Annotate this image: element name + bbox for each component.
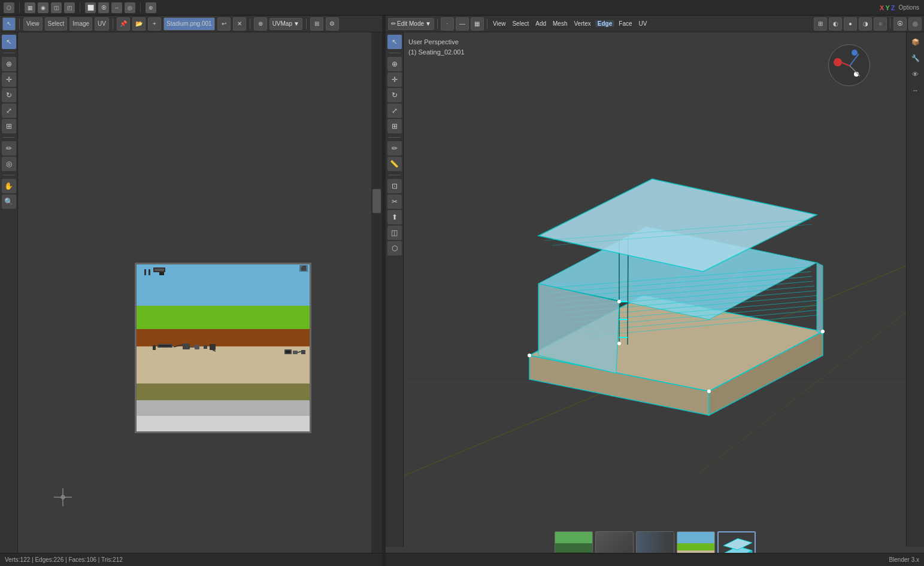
uv-tool-scale[interactable]: ⤢ xyxy=(2,104,16,118)
uv-tool-cursor[interactable]: ⊕ xyxy=(2,57,16,71)
uv-select-btn[interactable]: Select xyxy=(45,17,68,31)
uvmap-dropdown-arrow: ▼ xyxy=(293,20,299,27)
uv-close-icon[interactable]: ✕ xyxy=(233,17,246,31)
vp-tool-transform[interactable]: ⊞ xyxy=(387,119,402,133)
vp-overlay-icon[interactable]: ⊞ xyxy=(814,17,827,31)
vp-tool-inset[interactable]: ◫ xyxy=(387,226,402,240)
vp-right-tools: 📦 🔧 👁 ↔ xyxy=(906,32,924,547)
toolbar-sep3 xyxy=(250,19,250,29)
vp-object-name: (1) Seating_02.001 xyxy=(408,47,465,57)
tool-divider-2 xyxy=(3,137,15,138)
vp-face-select-btn[interactable]: ▦ xyxy=(471,17,484,31)
vp-tool-divider-1 xyxy=(389,53,401,53)
edit-mode-arrow: ▼ xyxy=(425,20,431,27)
uv-tool-select[interactable]: ↖ xyxy=(2,35,16,49)
uv-image-btn[interactable]: Image xyxy=(69,17,92,31)
uv-new-icon[interactable]: + xyxy=(148,17,161,31)
top-bar: ⬡ ▦ ◉ ◫ ◰ ⬜ ⦿ ↔ ◎ ⊕ X Y Z Options xyxy=(0,0,924,16)
vp-edge-link[interactable]: Edge xyxy=(595,20,614,27)
options-label[interactable]: Options xyxy=(899,4,919,11)
vp-uv-link[interactable]: UV xyxy=(637,20,650,27)
vp-tool-loop-cut[interactable]: ⊡ xyxy=(387,179,402,193)
status-left: Verts:122 | Edges:226 | Faces:106 | Tris… xyxy=(5,556,123,563)
vp-viewport-shading-render[interactable]: ○ xyxy=(874,17,887,31)
vp-view-link[interactable]: View xyxy=(490,20,508,27)
vp-add-link[interactable]: Add xyxy=(533,20,549,27)
vp-tool-rotate[interactable]: ↻ xyxy=(387,88,402,102)
seating-model-svg xyxy=(452,128,859,427)
uv-tool-pin[interactable]: ◎ xyxy=(2,157,16,171)
uv-cursor-icon[interactable]: ⊕ xyxy=(254,17,267,31)
uv-editor-panel: ↖ View Select Image UV 📌 📂 + Stadium.png… xyxy=(0,16,382,566)
vp-select-link[interactable]: Select xyxy=(510,20,531,27)
topbar-snap-icon[interactable]: ⦿ xyxy=(98,2,109,13)
viewport-panel: ✏ Edit Mode ▼ · — ▦ View Select Add Mesh… xyxy=(386,16,924,566)
topbar-view-layer-icon[interactable]: ◰ xyxy=(64,2,75,13)
uv-viewport-overlay-icon[interactable]: ⊞ xyxy=(310,17,323,31)
vp-tool-measure[interactable]: 📏 xyxy=(387,157,402,171)
uv-select-tool-btn[interactable]: ↖ xyxy=(2,17,16,31)
uv-uvmap-dropdown[interactable]: UVMap ▼ xyxy=(269,18,302,30)
edit-mode-dropdown[interactable]: ✏ Edit Mode ▼ xyxy=(388,18,434,30)
uv-tool-transform[interactable]: ⊞ xyxy=(2,119,16,133)
uv-uv-btn[interactable]: UV xyxy=(95,17,109,31)
topbar-transform-icon[interactable]: ↔ xyxy=(111,2,122,13)
uv-tool-zoom[interactable]: 🔍 xyxy=(2,194,16,209)
status-right: Blender 3.x xyxy=(889,556,919,563)
topbar-object-icon[interactable]: ⬜ xyxy=(85,2,96,13)
vp-xray-icon[interactable]: ◐ xyxy=(829,17,842,31)
svg-line-62 xyxy=(840,62,850,66)
nav-gizmo[interactable] xyxy=(828,44,876,92)
vp-viewport-shading-material[interactable]: ◑ xyxy=(859,17,872,31)
uv-scrollbar-thumb[interactable] xyxy=(372,189,381,213)
topbar-scene-icon[interactable]: ▦ xyxy=(25,2,35,13)
vp-vertex-link[interactable]: Vertex xyxy=(571,20,593,27)
topbar-output-icon[interactable]: ◫ xyxy=(51,2,62,13)
vp-tool-annotate[interactable]: ✏ xyxy=(387,141,402,156)
svg-marker-68 xyxy=(723,538,752,550)
vp-right-view-icon[interactable]: 👁 xyxy=(908,67,923,81)
uv-tool-rotate[interactable]: ↻ xyxy=(2,88,16,102)
vp-proportional-icon[interactable]: ◎ xyxy=(908,17,922,31)
uv-image-border xyxy=(135,263,311,433)
uv-tool-move[interactable]: ✛ xyxy=(2,72,16,87)
vp-right-tool-icon[interactable]: 🔧 xyxy=(908,51,923,65)
uv-pin-icon[interactable]: 📌 xyxy=(117,17,130,31)
vp-tool-extrude[interactable]: ⬆ xyxy=(387,210,402,224)
vp-edge-select-btn[interactable]: — xyxy=(456,17,469,31)
vp-right-item-icon[interactable]: 📦 xyxy=(908,35,923,49)
topbar-separator xyxy=(19,2,20,13)
vp-tool-scale[interactable]: ⤢ xyxy=(387,104,402,118)
topbar-cursor-icon[interactable]: ⊕ xyxy=(146,2,156,13)
vp-canvas[interactable]: User Perspective (1) Seating_02.001 xyxy=(404,32,906,530)
x-label: X xyxy=(880,4,884,11)
topbar-render-icon[interactable]: ◉ xyxy=(38,2,49,13)
uv-scrollbar-vertical[interactable] xyxy=(371,32,382,555)
vp-tool-select[interactable]: ↖ xyxy=(387,35,402,49)
uv-tool-grab[interactable]: ✋ xyxy=(2,179,16,193)
vp-viewport-shading-solid[interactable]: ● xyxy=(844,17,857,31)
vp-left-tools: ↖ ⊕ ✛ ↻ ⤢ ⊞ ✏ 📏 ⊡ ✂ ⬆ ◫ ⬡ xyxy=(386,32,404,547)
uv-browse-icon[interactable]: Stadium.png.001 xyxy=(163,17,215,31)
vp-tool-cursor[interactable]: ⊕ xyxy=(387,57,402,71)
uv-tool-annotate[interactable]: ✏ xyxy=(2,141,16,156)
vp-snap-icon[interactable]: ⦿ xyxy=(893,17,907,31)
vp-sep2 xyxy=(487,19,487,29)
vp-tool-move[interactable]: ✛ xyxy=(387,72,402,87)
uv-reload-icon[interactable]: ↩ xyxy=(217,17,231,31)
vp-face-link[interactable]: Face xyxy=(616,20,634,27)
vp-mesh-link[interactable]: Mesh xyxy=(550,20,569,27)
viewport-toolbar: ✏ Edit Mode ▼ · — ▦ View Select Add Mesh… xyxy=(386,16,924,32)
topbar-proportional-icon[interactable]: ◎ xyxy=(125,2,135,13)
uv-folder-icon[interactable]: 📂 xyxy=(132,17,146,31)
uv-view-btn[interactable]: View xyxy=(23,17,43,31)
uv-canvas[interactable]: ⬛ xyxy=(18,32,371,566)
vp-vert-select-btn[interactable]: · xyxy=(441,17,454,31)
uv-settings-icon[interactable]: ⚙ xyxy=(326,17,339,31)
vp-tool-bevel[interactable]: ⬡ xyxy=(387,241,402,255)
vp-tool-divider-2 xyxy=(389,137,401,138)
vp-right-transform-icon[interactable]: ↔ xyxy=(908,83,923,98)
svg-point-61 xyxy=(821,330,825,333)
vp-tool-knife[interactable]: ✂ xyxy=(387,194,402,209)
uv-left-tools: ↖ ⊕ ✛ ↻ ⤢ ⊞ ✏ ◎ ✋ 🔍 xyxy=(0,32,18,566)
